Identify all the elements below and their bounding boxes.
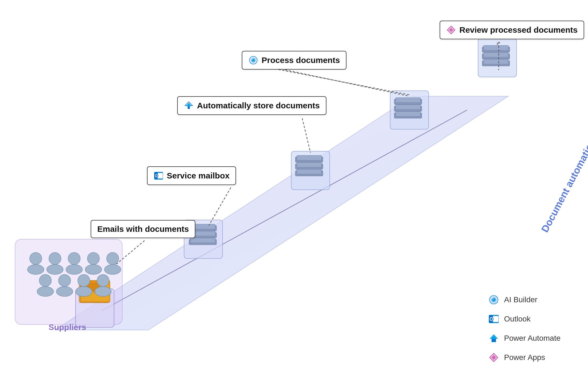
svg-point-42 bbox=[78, 274, 90, 287]
suppliers-label-svg: Suppliers bbox=[49, 323, 86, 332]
svg-rect-12 bbox=[394, 113, 422, 118]
auto-store-label: Automatically store documents bbox=[177, 96, 326, 115]
svg-rect-7 bbox=[297, 169, 321, 174]
dashed-line-mailbox bbox=[209, 188, 231, 226]
ai-builder-icon-process bbox=[248, 55, 258, 65]
svg-marker-78 bbox=[490, 334, 498, 339]
review-processed-text: Review processed documents bbox=[459, 25, 578, 35]
legend: AI Builder Outlook Power Automate bbox=[488, 294, 561, 363]
svg-point-36 bbox=[107, 252, 119, 265]
svg-point-43 bbox=[76, 287, 92, 296]
service-mailbox-text: Service mailbox bbox=[167, 171, 229, 180]
svg-rect-8 bbox=[295, 164, 323, 169]
svg-rect-23 bbox=[484, 45, 508, 50]
email-icon bbox=[78, 280, 110, 303]
pipeline-node-1 bbox=[76, 289, 114, 327]
pipeline-band bbox=[55, 96, 508, 330]
svg-rect-0 bbox=[189, 239, 217, 245]
svg-rect-15 bbox=[396, 105, 420, 109]
legend-item-ai-builder: AI Builder bbox=[488, 294, 561, 305]
power-apps-icon-review bbox=[446, 25, 456, 35]
legend-ai-builder-text: AI Builder bbox=[504, 295, 537, 304]
doc-automation-label-svg: Document automation bbox=[539, 137, 588, 234]
svg-point-28 bbox=[30, 252, 42, 265]
svg-rect-13 bbox=[396, 111, 420, 116]
svg-rect-72 bbox=[493, 316, 498, 322]
svg-rect-14 bbox=[394, 106, 422, 111]
svg-rect-24 bbox=[80, 280, 110, 302]
power-automate-icon-store bbox=[184, 101, 194, 111]
svg-rect-17 bbox=[396, 98, 420, 103]
legend-outlook-text: Outlook bbox=[504, 315, 531, 323]
svg-rect-18 bbox=[482, 61, 510, 66]
svg-point-31 bbox=[47, 265, 63, 274]
svg-point-75 bbox=[490, 318, 492, 320]
server-icon-3 bbox=[394, 98, 422, 118]
outlook-icon-mailbox bbox=[154, 171, 163, 181]
svg-point-33 bbox=[66, 265, 82, 274]
legend-power-automate-icon bbox=[488, 333, 499, 344]
svg-rect-1 bbox=[190, 238, 215, 243]
svg-rect-27 bbox=[78, 283, 109, 303]
svg-point-35 bbox=[85, 265, 102, 274]
auto-store-text: Automatically store documents bbox=[197, 101, 320, 110]
svg-rect-19 bbox=[484, 59, 508, 64]
svg-rect-16 bbox=[394, 99, 422, 105]
svg-point-37 bbox=[104, 265, 121, 274]
svg-point-45 bbox=[95, 287, 111, 296]
svg-rect-11 bbox=[297, 155, 321, 160]
svg-point-54 bbox=[251, 58, 253, 60]
svg-rect-25 bbox=[81, 282, 109, 301]
svg-point-39 bbox=[37, 287, 54, 296]
svg-rect-10 bbox=[295, 157, 323, 162]
suppliers-area bbox=[15, 239, 122, 324]
svg-point-64 bbox=[156, 175, 157, 177]
pipeline-node-4 bbox=[390, 91, 429, 129]
svg-point-32 bbox=[68, 252, 80, 265]
pipeline-node-5 bbox=[478, 38, 517, 77]
svg-rect-21 bbox=[484, 52, 508, 57]
dashed-line-process-2 bbox=[278, 68, 409, 96]
server-icon-4 bbox=[482, 45, 510, 66]
dashed-line-process bbox=[275, 69, 409, 95]
svg-point-34 bbox=[87, 252, 99, 265]
process-documents-label: Process documents bbox=[242, 51, 346, 70]
supplier-people bbox=[27, 252, 121, 296]
svg-marker-26 bbox=[80, 280, 110, 293]
svg-point-44 bbox=[97, 274, 109, 287]
svg-point-40 bbox=[59, 274, 71, 287]
svg-point-30 bbox=[49, 252, 61, 265]
pipeline-center-line bbox=[102, 110, 467, 311]
svg-rect-20 bbox=[482, 54, 510, 59]
svg-rect-6 bbox=[295, 170, 323, 176]
svg-point-41 bbox=[56, 287, 73, 296]
legend-item-outlook: Outlook bbox=[488, 314, 561, 324]
dashed-line-emails bbox=[110, 241, 145, 270]
legend-power-apps-icon bbox=[488, 352, 499, 363]
emails-with-docs-label: Emails with documents bbox=[91, 220, 195, 238]
legend-item-power-automate: Power Automate bbox=[488, 333, 561, 344]
svg-point-29 bbox=[27, 265, 44, 274]
process-documents-text: Process documents bbox=[262, 56, 340, 65]
svg-rect-61 bbox=[158, 173, 163, 178]
svg-rect-22 bbox=[482, 47, 510, 52]
review-processed-label: Review processed documents bbox=[440, 21, 584, 39]
pipeline-node-3 bbox=[291, 151, 330, 190]
emails-text: Emails with documents bbox=[97, 224, 189, 234]
service-mailbox-label: Service mailbox bbox=[147, 166, 236, 185]
main-canvas: Document automation Suppliers Review pro… bbox=[0, 0, 588, 385]
server-icon-2 bbox=[295, 155, 323, 176]
legend-power-apps-text: Power Apps bbox=[504, 353, 545, 362]
legend-power-automate-text: Power Automate bbox=[504, 334, 561, 343]
dashed-line-store bbox=[302, 118, 310, 153]
legend-ai-builder-icon bbox=[488, 294, 499, 305]
legend-item-power-apps: Power Apps bbox=[488, 352, 561, 363]
svg-rect-9 bbox=[297, 162, 321, 167]
svg-point-38 bbox=[39, 274, 51, 287]
svg-point-69 bbox=[491, 297, 493, 299]
legend-outlook-icon bbox=[488, 314, 499, 324]
